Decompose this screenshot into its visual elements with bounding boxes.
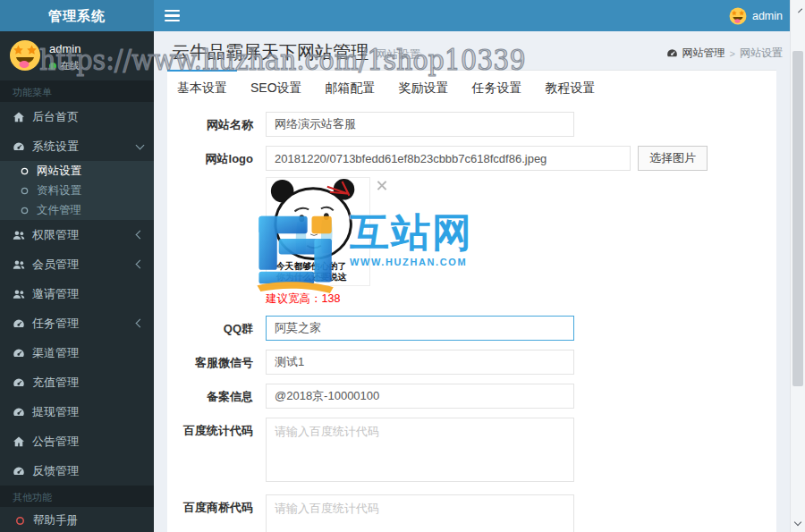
breadcrumb-separator: > <box>730 48 735 59</box>
page-title: 云牛品霸屏天下网站管理 <box>172 40 369 64</box>
scrollbar-thumb[interactable] <box>792 51 803 386</box>
sidebar-item-system-settings[interactable]: 系统设置 <box>0 131 154 161</box>
tab-basic-settings[interactable]: 基本设置 <box>167 71 237 105</box>
sidebar-user-panel: admin 在线 <box>0 31 154 80</box>
main-content: 云牛品霸屏天下网站管理 网站设置 网站管理 > 网站设置 基本设置 SEO设置 … <box>154 31 790 532</box>
breadcrumb-root[interactable]: 网站管理 <box>682 46 725 61</box>
page-subtitle: 网站设置 <box>376 47 420 63</box>
sidebar: admin 在线 功能菜单 后台首页 系统设置 网站设置 资 <box>0 31 154 532</box>
logo-preview-image: 今天都够伤心的了 你为什么还要说这 <box>267 178 369 285</box>
chevron-left-icon <box>136 260 145 269</box>
app-brand: 管理系统 <box>0 0 154 31</box>
meme-caption-line1: 今天都够伤心的了 <box>275 261 347 271</box>
gauge-icon <box>13 465 25 477</box>
top-navbar: 管理系统 admin <box>0 0 790 31</box>
sidebar-toggle-icon[interactable] <box>165 10 180 21</box>
meme-caption-line2: 你为什么还要说这 <box>275 272 348 282</box>
remove-logo-icon[interactable] <box>376 180 387 191</box>
user-avatar <box>729 7 747 25</box>
baidu-stats-textarea[interactable] <box>266 418 574 482</box>
app-window: 管理系统 admin admin 在线 功能菜单 后台首页 <box>0 0 805 532</box>
settings-tabs: 基本设置 SEO设置 邮箱配置 奖励设置 任务设置 教程设置 <box>167 71 776 105</box>
sidebar-section-main: 功能菜单 <box>0 80 154 102</box>
sidebar-item-members[interactable]: 会员管理 <box>0 249 154 279</box>
chevron-down-icon <box>136 140 145 149</box>
sidebar-item-permissions[interactable]: 权限管理 <box>0 220 154 249</box>
topbar-user-menu[interactable]: admin <box>729 7 783 25</box>
breadcrumb-current: 网站设置 <box>740 46 783 61</box>
online-status-icon <box>49 63 56 70</box>
gauge-icon <box>666 47 678 59</box>
logo-preview: 今天都够伤心的了 你为什么还要说这 <box>266 177 370 286</box>
gauge-icon <box>13 140 25 153</box>
system-settings-submenu: 网站设置 资料设置 文件管理 <box>0 161 154 220</box>
sidebar-item-announcements[interactable]: 公告管理 <box>0 426 154 456</box>
home-icon <box>13 435 25 448</box>
tab-reward-settings[interactable]: 奖励设置 <box>389 71 459 105</box>
circle-icon <box>20 166 30 176</box>
chevron-left-icon <box>136 319 145 328</box>
tab-email-config[interactable]: 邮箱配置 <box>316 71 386 105</box>
users-icon <box>13 229 25 241</box>
online-status-label: 在线 <box>60 59 80 72</box>
gauge-icon <box>13 317 25 330</box>
circle-icon <box>20 206 30 215</box>
circle-icon <box>14 515 26 527</box>
icp-label: 备案信息 <box>174 384 253 409</box>
sidebar-item-feedback[interactable]: 反馈管理 <box>0 456 154 486</box>
baidu-stats-label: 百度统计代码 <box>174 418 253 486</box>
chevron-left-icon <box>136 231 145 240</box>
wechat-label: 客服微信号 <box>174 350 253 375</box>
breadcrumb: 网站管理 > 网站设置 <box>666 46 783 61</box>
gauge-icon <box>13 406 25 418</box>
vertical-scrollbar[interactable] <box>790 0 805 532</box>
qq-group-input[interactable] <box>266 316 574 341</box>
circle-icon <box>20 186 30 196</box>
topbar-username: admin <box>752 10 783 22</box>
sidebar-item-withdrawals[interactable]: 提现管理 <box>0 397 154 426</box>
gauge-icon <box>13 376 25 389</box>
sidebar-item-recharge[interactable]: 充值管理 <box>0 367 154 397</box>
gauge-icon <box>13 347 25 359</box>
basic-settings-form: 网站名称 网站logo 选择图片 <box>167 105 776 532</box>
choose-image-button[interactable]: 选择图片 <box>638 146 708 171</box>
site-logo-input[interactable] <box>266 146 631 171</box>
sidebar-item-channels[interactable]: 渠道管理 <box>0 338 154 367</box>
sidebar-item-home[interactable]: 后台首页 <box>0 102 154 131</box>
site-logo-label: 网站logo <box>174 146 253 307</box>
icp-input[interactable] <box>266 384 574 409</box>
navbar: admin <box>154 0 790 31</box>
home-icon <box>13 111 25 123</box>
tab-seo-settings[interactable]: SEO设置 <box>241 71 312 105</box>
baidu-bridge-label: 百度商桥代码 <box>174 494 253 532</box>
sidebar-item-tasks[interactable]: 任务管理 <box>0 308 154 338</box>
sidebar-item-invitations[interactable]: 邀请管理 <box>0 279 154 308</box>
sidebar-subitem-profile-settings[interactable]: 资料设置 <box>0 181 154 200</box>
wechat-input[interactable] <box>266 350 574 375</box>
site-name-label: 网站名称 <box>174 112 253 137</box>
sidebar-subitem-file-management[interactable]: 文件管理 <box>0 200 154 220</box>
tab-tutorial-settings[interactable]: 教程设置 <box>536 71 606 105</box>
site-name-input[interactable] <box>266 112 574 137</box>
settings-card: 基本设置 SEO设置 邮箱配置 奖励设置 任务设置 教程设置 网站名称 网站lo… <box>167 70 776 532</box>
content-header: 云牛品霸屏天下网站管理 网站设置 网站管理 > 网站设置 <box>154 31 790 70</box>
tab-task-settings[interactable]: 任务设置 <box>462 71 532 105</box>
sidebar-item-help-manual[interactable]: 帮助手册 <box>0 507 154 532</box>
scroll-down-button[interactable] <box>791 516 805 531</box>
baidu-bridge-textarea[interactable] <box>266 494 574 532</box>
sidebar-section-other: 其他功能 <box>0 486 154 507</box>
users-icon <box>13 288 25 300</box>
users-icon <box>13 258 25 271</box>
sidebar-subitem-website-settings[interactable]: 网站设置 <box>0 161 154 181</box>
avatar <box>9 39 41 72</box>
sidebar-username: admin <box>49 42 80 55</box>
qq-group-label: QQ群 <box>174 316 253 341</box>
scroll-up-button[interactable] <box>791 1 805 17</box>
logo-size-hint: 建议宽高：138 <box>266 291 708 307</box>
